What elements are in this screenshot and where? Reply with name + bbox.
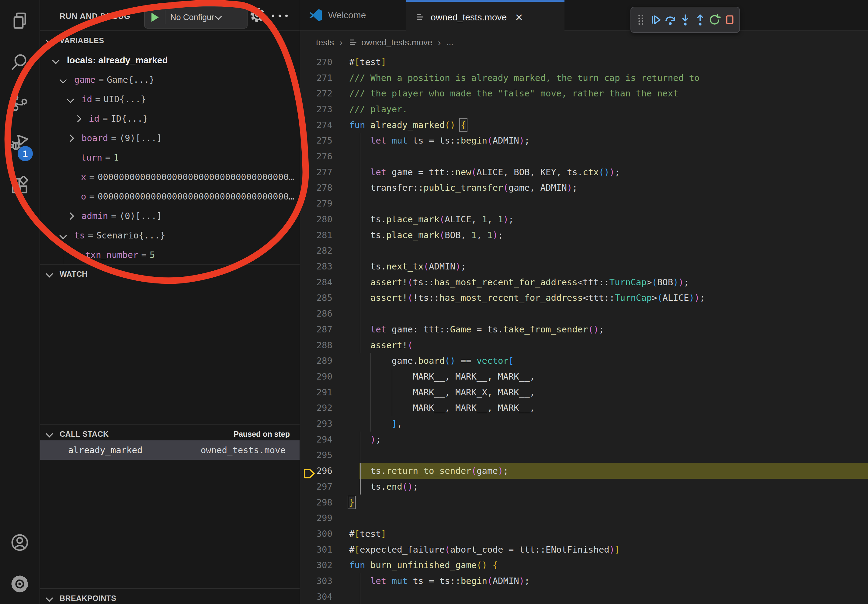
code-line[interactable]: 297 ts.end(); — [300, 479, 868, 494]
code-line[interactable]: 283 ts.next_tx(ADMIN); — [300, 259, 868, 274]
chevron-right-icon[interactable] — [67, 135, 74, 142]
variable-name: o — [81, 191, 86, 201]
breadcrumb-item[interactable]: tests — [316, 38, 334, 48]
chevron-right-icon[interactable] — [74, 115, 81, 122]
line-number: 302 — [300, 560, 349, 570]
breadcrumb-item[interactable]: owned_tests.move — [348, 37, 432, 48]
code-line[interactable]: 301#[expected_failure(abort_code = ttt::… — [300, 542, 868, 558]
code-line[interactable]: 279 — [300, 195, 868, 211]
step-out-button[interactable] — [693, 13, 707, 26]
breakpoints-section-header[interactable]: BREAKPOINTS — [40, 589, 299, 604]
code-line[interactable]: 289 game.board() == vector[ — [300, 353, 868, 369]
code-line[interactable]: 270#[test] — [300, 54, 868, 70]
variable-entry: x=00000000000000000000000000000000000000… — [81, 172, 297, 182]
variable-row[interactable]: admin=(0)[...] — [40, 206, 299, 226]
files-icon[interactable] — [10, 11, 29, 30]
code-line[interactable]: 272/// the player who made the "false" m… — [300, 85, 868, 101]
code-line[interactable]: 282 — [300, 243, 868, 259]
token: ; — [524, 576, 530, 586]
settings-icon[interactable] — [10, 574, 29, 594]
code-line[interactable]: 299 — [300, 510, 868, 526]
code-line[interactable]: 304 — [300, 589, 868, 604]
token: game, ADMIN — [508, 183, 567, 193]
code-line[interactable]: 273/// player. — [300, 101, 868, 117]
code-line[interactable]: 284 assert!(ts::has_most_recent_for_addr… — [300, 274, 868, 290]
code-text: ts.place_mark(ALICE, 1, 1); — [349, 214, 514, 225]
line-number: 297 — [300, 482, 349, 492]
code-editor[interactable]: 270#[test]271/// When a position is alre… — [300, 54, 868, 604]
chevron-right-icon[interactable] — [67, 212, 74, 220]
variable-row[interactable]: x=00000000000000000000000000000000000000… — [40, 167, 299, 187]
variable-row[interactable]: turn=1 — [40, 148, 299, 167]
watch-section-header[interactable]: WATCH — [40, 265, 299, 283]
more-actions-icon[interactable] — [272, 15, 288, 17]
code-text: ts.place_mark(BOB, 1, 1); — [349, 230, 503, 240]
variable-row[interactable]: game=Game{...} — [40, 70, 299, 90]
code-line[interactable]: 275 let mut ts = ts::begin(ADMIN); — [300, 133, 868, 149]
variable-entry: o=00000000000000000000000000000000000000… — [81, 191, 297, 201]
code-line[interactable]: 292 MARK__, MARK__, MARK__, — [300, 400, 868, 416]
code-line[interactable]: 303 let mut ts = ts::begin(ADMIN); — [300, 573, 868, 589]
code-line[interactable]: 276 — [300, 149, 868, 164]
code-line[interactable]: 274fun already_marked() { — [300, 117, 868, 133]
token: ts. — [349, 482, 386, 492]
call-stack-frame-row[interactable]: already_marked owned_tests.move — [40, 440, 299, 460]
close-icon[interactable]: × — [515, 13, 523, 22]
stop-button[interactable] — [723, 13, 736, 26]
variables-section-header[interactable]: VARIABLES — [40, 32, 299, 50]
code-line[interactable]: 294 ); — [300, 432, 868, 448]
start-debug-icon[interactable] — [152, 13, 159, 22]
token: ( — [477, 560, 482, 570]
code-line[interactable]: 281 ts.place_mark(BOB, 1, 1); — [300, 227, 868, 243]
gear-icon[interactable] — [250, 7, 266, 23]
code-line[interactable]: 271/// When a position is already marked… — [300, 70, 868, 86]
variable-row[interactable]: id=UID{...} — [40, 90, 299, 109]
paused-status: Paused on step — [234, 430, 290, 438]
variable-name: board — [82, 133, 108, 143]
code-line[interactable]: 280 ts.place_mark(ALICE, 1, 1); — [300, 211, 868, 227]
step-over-button[interactable] — [663, 13, 677, 26]
chevron-down-icon[interactable] — [59, 76, 67, 83]
tab-owned_tests-move[interactable]: owned_tests.move× — [406, 0, 564, 33]
token: ( — [408, 277, 413, 287]
step-into-button[interactable] — [679, 13, 692, 26]
code-line[interactable]: 291 MARK__, MARK_X, MARK__, — [300, 384, 868, 400]
breadcrumb-item[interactable]: ... — [446, 38, 453, 48]
code-line[interactable]: 296 ts.return_to_sender(game); — [300, 463, 868, 479]
extensions-icon[interactable] — [10, 176, 29, 195]
code-line[interactable]: 287 let game: ttt::Game = ts.take_from_s… — [300, 321, 868, 337]
variable-row[interactable]: txn_number=5 — [40, 245, 299, 265]
token: < — [583, 293, 588, 303]
code-line[interactable]: 302fun burn_unfinished_game() { — [300, 558, 868, 573]
code-line[interactable]: 293 ], — [300, 416, 868, 432]
variable-row[interactable]: ts=Scenario{...} — [40, 226, 299, 245]
debug-config-dropdown[interactable]: No Configur — [144, 6, 248, 29]
token: test — [360, 528, 381, 539]
token: ( — [471, 167, 477, 177]
tab-welcome[interactable]: Welcome — [300, 0, 407, 30]
search-icon[interactable] — [10, 52, 29, 72]
chevron-down-icon[interactable] — [67, 96, 74, 103]
token: ] — [392, 418, 397, 429]
code-line[interactable]: 277 let game = ttt::new(ALICE, BOB, KEY,… — [300, 164, 868, 180]
code-line[interactable]: 285 assert!(!ts::has_most_recent_for_add… — [300, 290, 868, 306]
continue-button[interactable] — [649, 13, 662, 26]
code-line[interactable]: 290 MARK__, MARK__, MARK__, — [300, 369, 868, 384]
code-line[interactable]: 300#[test] — [300, 526, 868, 542]
source-control-icon[interactable] — [10, 93, 29, 113]
code-line[interactable]: 298} — [300, 494, 868, 510]
chevron-down-icon[interactable] — [52, 57, 59, 64]
variable-row[interactable]: o=00000000000000000000000000000000000000… — [40, 187, 299, 206]
code-line[interactable]: 286 — [300, 306, 868, 321]
token: take_from_sender — [503, 324, 588, 335]
token: ALICE — [662, 293, 689, 303]
variable-row[interactable]: board=(9)[...] — [40, 129, 299, 148]
variable-row[interactable]: id=ID{...} — [40, 109, 299, 129]
code-line[interactable]: 278 transfer::public_transfer(game, ADMI… — [300, 180, 868, 196]
chevron-down-icon[interactable] — [59, 232, 67, 239]
code-line[interactable]: 288 assert!( — [300, 337, 868, 353]
variable-row[interactable]: locals: already_marked — [40, 51, 299, 70]
account-icon[interactable] — [10, 533, 29, 552]
code-line[interactable]: 295 — [300, 448, 868, 463]
restart-button[interactable] — [708, 13, 721, 26]
